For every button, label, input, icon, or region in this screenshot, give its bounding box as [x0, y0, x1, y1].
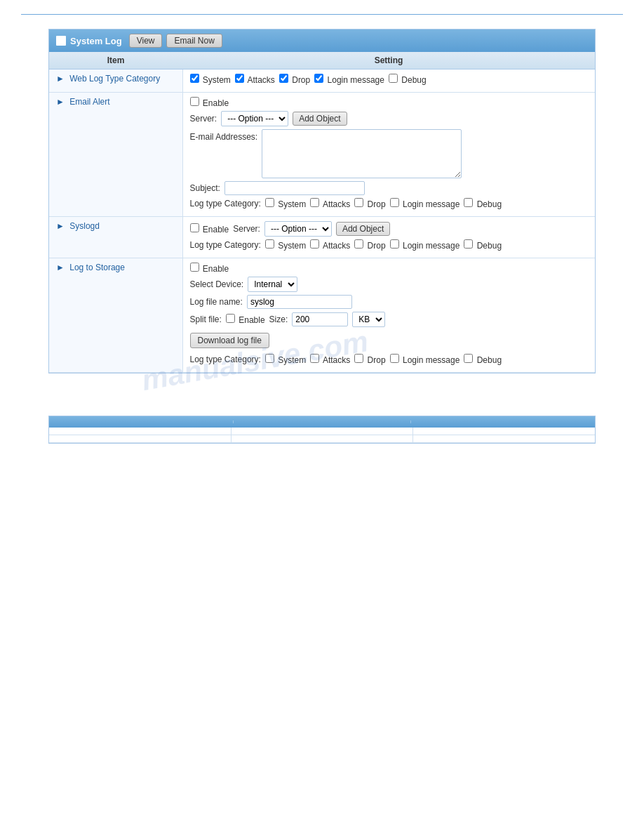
- storage-enable-label[interactable]: Enable: [190, 263, 229, 274]
- split-file-label: Split file:: [190, 315, 222, 324]
- drop-check-label[interactable]: Drop: [279, 74, 310, 85]
- bottom-panel: [48, 416, 596, 444]
- email-enable-label[interactable]: Enable: [190, 97, 229, 108]
- storage-system-checkbox[interactable]: [265, 354, 274, 363]
- email-log-attacks-checkbox[interactable]: [310, 198, 319, 207]
- storage-system-label[interactable]: System: [265, 354, 306, 365]
- syslogd-drop-checkbox[interactable]: [354, 239, 363, 249]
- bottom-cell-2-1: [49, 435, 232, 442]
- email-log-debug-label[interactable]: Debug: [464, 198, 502, 209]
- email-alert-label: ► Email Alert: [49, 93, 182, 217]
- log-file-name-line: Log file name:: [190, 295, 589, 309]
- split-enable-checkbox[interactable]: [226, 314, 235, 323]
- syslogd-debug-checkbox[interactable]: [464, 239, 473, 249]
- syslogd-row: ► Syslogd Enable Server: --- Option ---: [49, 217, 595, 258]
- email-log-login-label[interactable]: Login message: [390, 198, 460, 209]
- size-unit-select[interactable]: KB: [352, 312, 385, 327]
- email-log-drop-label[interactable]: Drop: [354, 198, 385, 209]
- syslogd-server-select[interactable]: --- Option ---: [264, 221, 332, 237]
- email-log-attacks-label[interactable]: Attacks: [310, 198, 350, 209]
- email-server-select[interactable]: --- Option ---: [221, 111, 288, 126]
- bottom-cell-2-3: [413, 435, 595, 442]
- syslogd-log-type-line: Log type Category: System Attacks Drop L…: [190, 239, 589, 251]
- email-log-drop-checkbox[interactable]: [354, 198, 363, 207]
- view-button[interactable]: View: [129, 34, 163, 48]
- split-enable-label[interactable]: Enable: [226, 314, 265, 325]
- storage-log-type-line: Log type Category: System Attacks Drop L…: [190, 354, 589, 365]
- select-device-select[interactable]: Internal: [248, 277, 297, 292]
- select-device-label: Select Device:: [190, 279, 244, 289]
- web-log-type-label: ► Web Log Type Category: [49, 70, 182, 93]
- email-log-type-label: Log type Category:: [190, 199, 261, 208]
- email-now-button[interactable]: Email Now: [166, 34, 222, 48]
- email-log-system-checkbox[interactable]: [265, 198, 274, 207]
- panel-icon: [56, 36, 66, 46]
- panel-header: System Log View Email Now: [49, 29, 595, 52]
- email-addresses-textarea[interactable]: [262, 129, 462, 178]
- syslogd-add-object-button[interactable]: Add Object: [336, 222, 390, 236]
- storage-enable-checkbox[interactable]: [190, 263, 199, 272]
- debug-checkbox[interactable]: [389, 74, 398, 83]
- size-input[interactable]: [292, 312, 348, 326]
- storage-login-checkbox[interactable]: [390, 354, 399, 363]
- syslogd-log-type-label: Log type Category:: [190, 240, 261, 250]
- bottom-cell-1-3: [413, 428, 595, 435]
- log-file-name-input[interactable]: [247, 295, 352, 309]
- main-table: Item Setting ► Web Log Type Category Sys…: [49, 52, 595, 373]
- email-add-object-button[interactable]: Add Object: [293, 112, 347, 126]
- attacks-check-label[interactable]: Attacks: [235, 74, 275, 85]
- storage-login-label[interactable]: Login message: [390, 354, 460, 365]
- system-checkbox[interactable]: [190, 74, 199, 83]
- attacks-checkbox[interactable]: [235, 74, 244, 83]
- email-log-debug-checkbox[interactable]: [464, 198, 473, 207]
- arrow-icon: ►: [56, 221, 65, 231]
- log-to-storage-label: ► Log to Storage: [49, 258, 182, 373]
- download-btn-line: Download log file: [190, 330, 589, 351]
- syslogd-enable-checkbox[interactable]: [190, 223, 199, 232]
- bottom-cell-1-1: [49, 428, 232, 435]
- storage-drop-label[interactable]: Drop: [354, 354, 385, 365]
- bottom-col-2: [234, 421, 411, 423]
- email-log-login-checkbox[interactable]: [390, 198, 399, 207]
- bottom-col-3: [411, 421, 588, 423]
- syslogd-attacks-checkbox[interactable]: [310, 239, 319, 249]
- bottom-cell-1-2: [232, 428, 414, 435]
- drop-checkbox[interactable]: [279, 74, 288, 83]
- download-log-button[interactable]: Download log file: [190, 333, 269, 348]
- size-label: Size:: [269, 315, 288, 324]
- email-subject-input[interactable]: [224, 181, 365, 195]
- storage-drop-checkbox[interactable]: [354, 354, 363, 363]
- bottom-row-1: [49, 428, 595, 435]
- syslogd-login-checkbox[interactable]: [390, 239, 399, 249]
- bottom-panel-header: [49, 416, 595, 428]
- split-file-line: Split file: Enable Size: KB: [190, 312, 589, 327]
- storage-attacks-checkbox[interactable]: [310, 354, 319, 363]
- log-file-name-label: Log file name:: [190, 297, 243, 307]
- syslogd-enable-label[interactable]: Enable: [190, 223, 229, 234]
- syslogd-debug-label[interactable]: Debug: [464, 239, 502, 251]
- log-to-storage-setting: Enable Select Device: Internal Log file …: [182, 258, 595, 373]
- bottom-cell-2-2: [232, 435, 414, 442]
- syslogd-enable-line: Enable Server: --- Option --- Add Object: [190, 221, 589, 237]
- web-log-type-checkboxes: System Attacks Drop Login message Debug: [190, 74, 589, 85]
- email-log-system-label[interactable]: System: [265, 198, 306, 209]
- syslogd-system-label[interactable]: System: [265, 239, 306, 251]
- syslogd-system-checkbox[interactable]: [265, 239, 274, 249]
- login-message-checkbox[interactable]: [314, 74, 323, 83]
- log-to-storage-row: ► Log to Storage Enable Select Device:: [49, 258, 595, 373]
- storage-attacks-label[interactable]: Attacks: [310, 354, 350, 365]
- login-msg-check-label[interactable]: Login message: [314, 74, 384, 85]
- email-alert-row: ► Email Alert Enable Server:: [49, 93, 595, 217]
- debug-check-label[interactable]: Debug: [389, 74, 427, 85]
- bottom-row-2: [49, 435, 595, 443]
- syslogd-login-label[interactable]: Login message: [390, 239, 460, 251]
- storage-debug-checkbox[interactable]: [464, 354, 473, 363]
- storage-debug-label[interactable]: Debug: [464, 354, 502, 365]
- web-log-type-setting: System Attacks Drop Login message Debug: [182, 70, 595, 93]
- system-check-label[interactable]: System: [190, 74, 231, 85]
- syslogd-attacks-label[interactable]: Attacks: [310, 239, 350, 251]
- email-server-label: Server:: [190, 114, 217, 124]
- email-enable-checkbox[interactable]: [190, 97, 199, 106]
- syslogd-drop-label[interactable]: Drop: [354, 239, 385, 251]
- storage-device-line: Select Device: Internal: [190, 277, 589, 292]
